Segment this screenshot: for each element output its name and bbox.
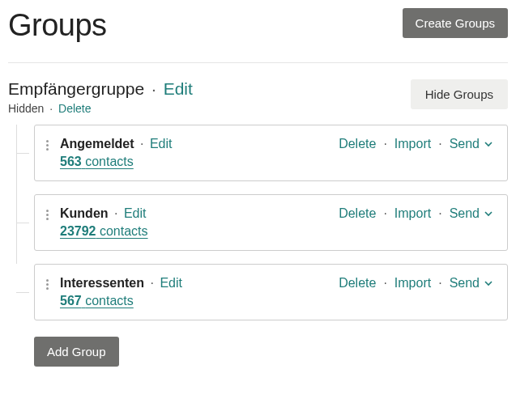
separator: ·	[134, 137, 150, 151]
contacts-word: contacts	[85, 155, 134, 168]
subgroup-name: Interessenten	[60, 276, 144, 290]
hidden-label: Hidden	[8, 102, 44, 115]
separator: ·	[381, 206, 389, 221]
contacts-word: contacts	[100, 224, 148, 238]
chevron-down-icon[interactable]	[484, 210, 493, 218]
hide-groups-button[interactable]: Hide Groups	[411, 79, 508, 109]
edit-group-link[interactable]: Edit	[164, 79, 193, 98]
separator: ·	[149, 79, 159, 98]
subgroup-card: Interessenten · Edit567 contactsDelete·I…	[34, 264, 508, 320]
separator: ·	[381, 137, 389, 151]
drag-handle-icon[interactable]	[46, 276, 49, 290]
subgroup-card: Angemeldet · Edit563 contactsDelete·Impo…	[34, 125, 508, 181]
separator: ·	[144, 276, 160, 290]
delete-subgroup-link[interactable]: Delete	[339, 137, 376, 151]
subgroup-card: Kunden · Edit23792 contactsDelete·Import…	[34, 194, 508, 251]
import-link[interactable]: Import	[394, 137, 431, 151]
contacts-link[interactable]: 567 contacts	[60, 294, 134, 308]
import-link[interactable]: Import	[394, 206, 431, 221]
page-title: Groups	[8, 8, 107, 43]
separator: ·	[47, 102, 55, 115]
create-groups-button[interactable]: Create Groups	[403, 8, 508, 38]
separator: ·	[109, 206, 124, 220]
subgroup-name: Kunden	[60, 206, 109, 220]
group-name: Empfängergruppe	[8, 79, 144, 98]
edit-subgroup-link[interactable]: Edit	[160, 276, 182, 290]
delete-group-link[interactable]: Delete	[58, 102, 91, 115]
send-dropdown[interactable]: Send	[450, 206, 480, 221]
contacts-count: 23792	[60, 224, 96, 238]
separator: ·	[436, 276, 444, 291]
contacts-count: 567	[60, 294, 82, 308]
drag-handle-icon[interactable]	[46, 206, 49, 220]
subgroup-row: Interessenten · Edit567 contactsDelete·I…	[34, 264, 508, 320]
chevron-down-icon[interactable]	[484, 279, 493, 287]
contacts-count: 563	[60, 155, 82, 168]
contacts-link[interactable]: 23792 contacts	[60, 224, 148, 239]
subgroup-row: Kunden · Edit23792 contactsDelete·Import…	[34, 194, 508, 251]
send-dropdown[interactable]: Send	[450, 276, 480, 291]
edit-subgroup-link[interactable]: Edit	[150, 137, 173, 151]
contacts-word: contacts	[85, 294, 134, 308]
edit-subgroup-link[interactable]: Edit	[124, 206, 147, 220]
separator: ·	[381, 276, 389, 291]
subgroup-row: Angemeldet · Edit563 contactsDelete·Impo…	[34, 125, 508, 181]
delete-subgroup-link[interactable]: Delete	[339, 276, 376, 291]
add-group-button[interactable]: Add Group	[34, 337, 119, 367]
separator: ·	[436, 206, 444, 221]
subgroup-name: Angemeldet	[60, 137, 134, 151]
delete-subgroup-link[interactable]: Delete	[339, 206, 376, 221]
chevron-down-icon[interactable]	[484, 140, 493, 148]
separator: ·	[436, 137, 444, 151]
drag-handle-icon[interactable]	[46, 137, 49, 151]
import-link[interactable]: Import	[394, 276, 431, 291]
contacts-link[interactable]: 563 contacts	[60, 155, 134, 169]
send-dropdown[interactable]: Send	[450, 137, 480, 151]
